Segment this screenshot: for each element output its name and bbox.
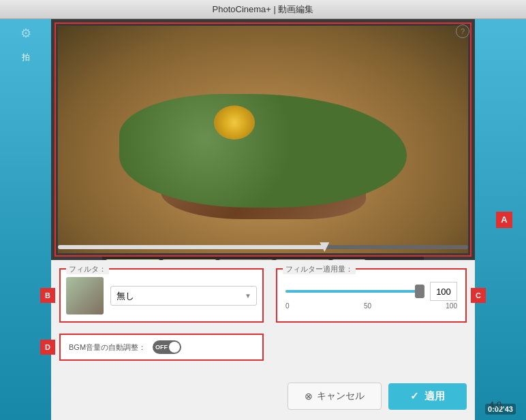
filter-amount-label: フィルター適用量： — [283, 264, 356, 274]
action-buttons: ⊗ キャンセル ✓ 適用 — [288, 383, 467, 410]
amount-track[interactable] — [285, 290, 424, 293]
right-number: 4.0 — [478, 400, 512, 410]
cancel-label: キャンセル — [317, 390, 365, 402]
section-c-badge: C — [471, 288, 486, 303]
filter-thumbnail — [66, 277, 104, 314]
bgm-toggle[interactable]: OFF — [153, 340, 181, 354]
title-bar: PhotoCinema+ | 動画編集 — [0, 0, 526, 19]
amount-max-label: 100 — [446, 302, 457, 310]
help-icon[interactable]: ? — [456, 25, 469, 38]
apply-label: 適用 — [424, 390, 445, 403]
controls-area: B フィルタ： 無し セピア 白黒 ビビッド ▼ C フィルター適用量： — [51, 260, 475, 420]
section-d-badge: D — [40, 340, 55, 355]
amount-mid-label: 50 — [364, 302, 371, 310]
filter-select[interactable]: 無し セピア 白黒 ビビッド — [110, 286, 257, 306]
cancel-icon: ⊗ — [305, 391, 313, 402]
video-border-panel — [55, 22, 471, 257]
sidebar-label: 拍 — [20, 46, 31, 48]
section-d-bgm: D BGM音量の自動調整： OFF — [59, 334, 264, 361]
apply-button[interactable]: ✓ 適用 — [388, 383, 467, 410]
filter-amount-row: 100 — [285, 282, 457, 301]
app-title: PhotoCinema+ | 動画編集 — [213, 3, 314, 16]
amount-thumb[interactable] — [415, 285, 424, 298]
filter-section-label: フィルタ： — [66, 264, 109, 274]
section-b-badge: B — [40, 288, 55, 303]
amount-min-label: 0 — [285, 302, 290, 310]
left-sidebar: ⚙ 拍 — [0, 19, 51, 420]
app-area: ⚙ 拍 0:02'43 ? — [0, 19, 526, 420]
amount-labels: 0 50 100 — [285, 302, 457, 310]
apply-icon: ✓ — [410, 390, 419, 402]
gear-icon[interactable]: ⚙ — [20, 26, 31, 41]
toggle-off-label: OFF — [155, 344, 168, 351]
amount-fill — [285, 290, 424, 293]
section-a-badge: A — [496, 212, 512, 228]
bgm-label: BGM音量の自動調整： — [69, 342, 146, 353]
main-panel: ? GO SLO — [51, 19, 475, 420]
amount-value[interactable]: 100 — [430, 282, 457, 301]
cancel-button[interactable]: ⊗ キャンセル — [288, 383, 382, 410]
toggle-knob — [169, 342, 180, 353]
section-c-filter-amount: C フィルター適用量： 100 0 50 100 — [276, 268, 467, 323]
section-b-filter: B フィルタ： 無し セピア 白黒 ビビッド ▼ — [59, 268, 264, 323]
filter-dropdown-wrapper[interactable]: 無し セピア 白黒 ビビッド ▼ — [110, 286, 257, 306]
